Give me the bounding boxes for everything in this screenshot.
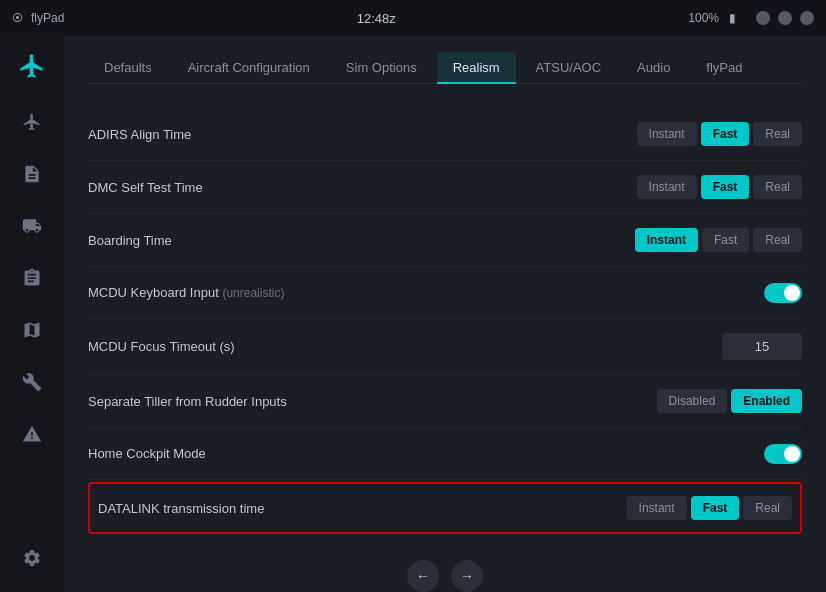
setting-boarding-time: Boarding Time Instant Fast Real bbox=[88, 214, 802, 267]
sidebar-item-clipboard[interactable] bbox=[10, 256, 54, 300]
datalink-real-btn[interactable]: Real bbox=[743, 496, 792, 520]
setting-adirs-align-time: ADIRS Align Time Instant Fast Real bbox=[88, 108, 802, 161]
titlebar-left: ⦿ flyPad bbox=[12, 11, 64, 25]
sidebar-item-truck[interactable] bbox=[10, 204, 54, 248]
setting-dmc-self-test-time: DMC Self Test Time Instant Fast Real bbox=[88, 161, 802, 214]
battery-icon: ▮ bbox=[729, 11, 736, 25]
tab-realism[interactable]: Realism bbox=[437, 52, 516, 83]
separate-tiller-enabled-btn[interactable]: Enabled bbox=[731, 389, 802, 413]
app-name: flyPad bbox=[31, 11, 64, 25]
pagination: ← → bbox=[88, 560, 802, 592]
maximize-button[interactable]: □ bbox=[778, 11, 792, 25]
next-page-button[interactable]: → bbox=[451, 560, 483, 592]
sidebar-item-map[interactable] bbox=[10, 308, 54, 352]
close-button[interactable]: ✕ bbox=[800, 11, 814, 25]
mcdu-focus-timeout-controls bbox=[722, 333, 802, 360]
datalink-fast-btn[interactable]: Fast bbox=[691, 496, 740, 520]
adirs-align-time-label: ADIRS Align Time bbox=[88, 127, 191, 142]
sidebar-item-warning[interactable] bbox=[10, 412, 54, 456]
minimize-button[interactable]: ─ bbox=[756, 11, 770, 25]
setting-separate-tiller: Separate Tiller from Rudder Inputs Disab… bbox=[88, 375, 802, 428]
prev-page-button[interactable]: ← bbox=[407, 560, 439, 592]
mcdu-keyboard-unrealistic-label: (unrealistic) bbox=[222, 286, 284, 300]
sidebar-item-document[interactable] bbox=[10, 152, 54, 196]
titlebar: ⦿ flyPad 12:48z 100% ▮ ─ □ ✕ bbox=[0, 0, 826, 36]
boarding-time-label: Boarding Time bbox=[88, 233, 172, 248]
sidebar-item-settings[interactable] bbox=[10, 536, 54, 580]
wifi-icon: ⦿ bbox=[12, 12, 23, 24]
boarding-time-controls: Instant Fast Real bbox=[635, 228, 802, 252]
settings-list: ADIRS Align Time Instant Fast Real DMC S… bbox=[88, 108, 802, 536]
sidebar-item-plane[interactable] bbox=[10, 100, 54, 144]
separate-tiller-disabled-btn[interactable]: Disabled bbox=[657, 389, 728, 413]
mcdu-focus-timeout-label: MCDU Focus Timeout (s) bbox=[88, 339, 235, 354]
mcdu-focus-timeout-input[interactable] bbox=[722, 333, 802, 360]
app-container: Defaults Aircraft Configuration Sim Opti… bbox=[0, 36, 826, 592]
titlebar-right: 100% ▮ ─ □ ✕ bbox=[688, 11, 814, 25]
dmc-real-btn[interactable]: Real bbox=[753, 175, 802, 199]
mcdu-keyboard-toggle[interactable] bbox=[764, 283, 802, 303]
boarding-fast-btn[interactable]: Fast bbox=[702, 228, 749, 252]
battery-level: 100% bbox=[688, 11, 719, 25]
tab-flypad[interactable]: flyPad bbox=[690, 52, 758, 83]
home-cockpit-mode-label: Home Cockpit Mode bbox=[88, 446, 206, 461]
tab-defaults[interactable]: Defaults bbox=[88, 52, 168, 83]
dmc-self-test-time-controls: Instant Fast Real bbox=[637, 175, 802, 199]
tab-sim-options[interactable]: Sim Options bbox=[330, 52, 433, 83]
boarding-real-btn[interactable]: Real bbox=[753, 228, 802, 252]
adirs-real-btn[interactable]: Real bbox=[753, 122, 802, 146]
titlebar-time: 12:48z bbox=[357, 11, 396, 26]
tab-aircraft-configuration[interactable]: Aircraft Configuration bbox=[172, 52, 326, 83]
sidebar-logo bbox=[14, 48, 50, 84]
mcdu-keyboard-input-label: MCDU Keyboard Input (unrealistic) bbox=[88, 285, 284, 300]
separate-tiller-controls: Disabled Enabled bbox=[657, 389, 802, 413]
tab-atsu-aoc[interactable]: ATSU/AOC bbox=[520, 52, 618, 83]
sidebar bbox=[0, 36, 64, 592]
setting-datalink-transmission-time: DATALINK transmission time Instant Fast … bbox=[88, 482, 802, 534]
datalink-instant-btn[interactable]: Instant bbox=[627, 496, 687, 520]
dmc-instant-btn[interactable]: Instant bbox=[637, 175, 697, 199]
main-content: Defaults Aircraft Configuration Sim Opti… bbox=[64, 36, 826, 592]
datalink-transmission-time-controls: Instant Fast Real bbox=[627, 496, 792, 520]
home-cockpit-mode-controls bbox=[764, 444, 802, 464]
setting-home-cockpit-mode: Home Cockpit Mode bbox=[88, 428, 802, 480]
window-controls: ─ □ ✕ bbox=[756, 11, 814, 25]
sidebar-item-tools[interactable] bbox=[10, 360, 54, 404]
dmc-fast-btn[interactable]: Fast bbox=[701, 175, 750, 199]
adirs-instant-btn[interactable]: Instant bbox=[637, 122, 697, 146]
boarding-instant-btn[interactable]: Instant bbox=[635, 228, 698, 252]
adirs-fast-btn[interactable]: Fast bbox=[701, 122, 750, 146]
setting-mcdu-focus-timeout: MCDU Focus Timeout (s) bbox=[88, 319, 802, 375]
datalink-transmission-time-label: DATALINK transmission time bbox=[98, 501, 264, 516]
dmc-self-test-time-label: DMC Self Test Time bbox=[88, 180, 203, 195]
separate-tiller-label: Separate Tiller from Rudder Inputs bbox=[88, 394, 287, 409]
setting-mcdu-keyboard-input: MCDU Keyboard Input (unrealistic) bbox=[88, 267, 802, 319]
tab-audio[interactable]: Audio bbox=[621, 52, 686, 83]
mcdu-keyboard-input-controls bbox=[764, 283, 802, 303]
adirs-align-time-controls: Instant Fast Real bbox=[637, 122, 802, 146]
home-cockpit-mode-toggle[interactable] bbox=[764, 444, 802, 464]
nav-tabs: Defaults Aircraft Configuration Sim Opti… bbox=[88, 52, 802, 84]
